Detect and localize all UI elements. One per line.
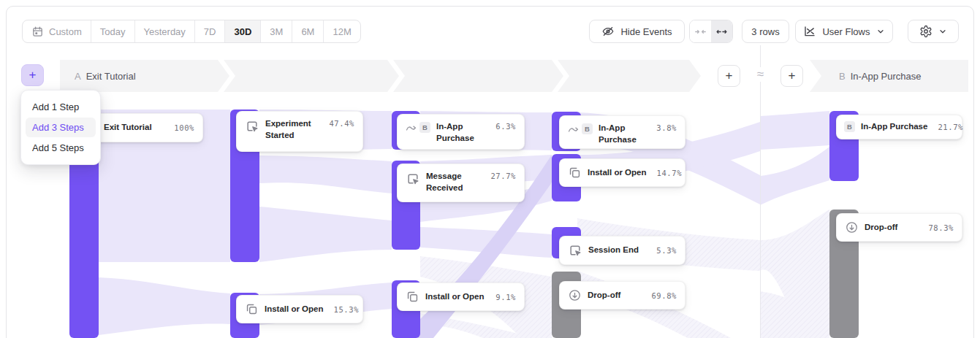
node-label: In-App Purchase <box>436 121 477 144</box>
add-step-button-open[interactable]: + <box>21 64 44 86</box>
step-header-segment <box>393 60 563 92</box>
collapse-icon <box>694 26 707 38</box>
menu-item-add-3-steps[interactable]: Add 3 Steps <box>26 118 96 137</box>
step-title: Exit Tutorial <box>86 71 136 82</box>
node-percent: 78.3% <box>924 223 954 232</box>
add-step-menu: Add 1 Step Add 3 Steps Add 5 Steps <box>20 90 101 165</box>
node-label: Drop-off <box>588 290 620 301</box>
cohort-b-badge: B <box>844 121 855 132</box>
gear-icon <box>919 25 932 38</box>
chart-icon <box>803 25 816 38</box>
step-letter: B <box>839 71 846 82</box>
flow-node-in-app-purchase[interactable]: B In-App Purchase 3.8% <box>559 115 685 149</box>
copy-icon <box>568 166 582 180</box>
node-label: Install or Open <box>425 291 485 303</box>
cohort-b-badge: B <box>419 122 430 133</box>
plus-icon: + <box>789 69 796 83</box>
collapse-expand-toggle <box>689 20 733 43</box>
range-custom[interactable]: Custom <box>23 20 91 42</box>
node-percent: 27.7% <box>486 172 516 180</box>
expand-icon <box>715 26 728 38</box>
hide-events-button[interactable]: Hide Events <box>589 20 685 43</box>
rows-button[interactable]: 3 rows <box>742 20 789 43</box>
drop-off-icon <box>845 220 859 234</box>
cursor-click-icon <box>406 172 420 186</box>
user-flows-chart: Custom Today Yesterday 7D 30D 3M 6M 12M … <box>0 0 980 338</box>
node-label: Experiment Started <box>265 118 319 141</box>
range-3m[interactable]: 3M <box>260 20 292 42</box>
plus-icon: + <box>29 68 37 82</box>
flow-node-session-end[interactable]: Session End 5.3% <box>559 236 685 265</box>
view-selector[interactable]: User Flows <box>795 20 893 43</box>
step-header-a[interactable]: A Exit Tutorial <box>60 60 229 92</box>
date-range-picker: Custom Today Yesterday 7D 30D 3M 6M 12M <box>22 20 361 43</box>
flow-node-install-or-open[interactable]: Install or Open 15.3% <box>236 295 363 323</box>
step-letter: A <box>75 71 81 82</box>
step-header-b[interactable]: B In-App Purchase <box>810 60 968 92</box>
range-30d[interactable]: 30D <box>224 20 260 42</box>
node-label: Install or Open <box>265 304 324 315</box>
node-percent: 14.7% <box>653 169 683 177</box>
chevron-down-icon <box>876 27 885 36</box>
eye-off-icon <box>601 25 615 38</box>
chevron-down-icon <box>938 27 947 36</box>
range-label: Custom <box>49 26 82 37</box>
flow-node-drop-off[interactable]: Drop-off 69.8% <box>559 281 685 310</box>
step-header-segment <box>558 60 701 92</box>
flow-node-experiment-started[interactable]: Experiment Started 47.4% <box>236 111 363 152</box>
copy-icon <box>406 290 419 304</box>
range-6m[interactable]: 6M <box>292 20 323 42</box>
flow-node-install-or-open[interactable]: Install or Open 9.1% <box>397 283 525 311</box>
view-selector-label: User Flows <box>822 26 870 37</box>
calendar-icon <box>31 26 44 38</box>
flow-node-in-app-purchase[interactable]: B In-App Purchase 6.3% <box>397 114 525 150</box>
node-percent: 21.7% <box>933 123 963 131</box>
step-header-segment <box>224 60 399 92</box>
expand-columns-button[interactable] <box>711 20 732 42</box>
flow-node-in-app-purchase-b[interactable]: B In-App Purchase 21.7% <box>836 115 962 139</box>
approx-divider-symbol: ≈ <box>750 67 771 82</box>
settings-button[interactable] <box>908 20 959 43</box>
range-yesterday[interactable]: Yesterday <box>134 20 194 42</box>
flow-node-message-received[interactable]: Message Received 27.7% <box>397 164 525 202</box>
copy-icon <box>245 302 259 316</box>
add-step-button-b[interactable]: + <box>780 65 803 87</box>
drop-off-icon <box>568 288 582 302</box>
section-divider <box>760 45 761 338</box>
cursor-click-icon <box>245 119 259 134</box>
squiggle-arrow-icon <box>406 123 417 132</box>
node-label: In-App Purchase <box>861 121 927 133</box>
flow-node-install-or-open[interactable]: Install or Open 14.7% <box>559 158 685 187</box>
menu-item-add-1-step[interactable]: Add 1 Step <box>26 97 96 117</box>
range-today[interactable]: Today <box>91 20 134 42</box>
node-percent: 15.3% <box>330 305 360 314</box>
node-label: Session End <box>588 245 639 256</box>
flow-node-drop-off-b[interactable]: Drop-off 78.3% <box>836 213 962 242</box>
node-percent: 9.1% <box>491 293 516 301</box>
node-percent: 69.8% <box>647 291 677 300</box>
plus-icon: + <box>726 69 733 83</box>
menu-item-add-5-steps[interactable]: Add 5 Steps <box>26 138 96 158</box>
node-percent: 3.8% <box>652 123 677 132</box>
node-percent: 100% <box>170 123 194 132</box>
node-percent: 6.3% <box>491 122 516 131</box>
hide-events-label: Hide Events <box>620 26 672 37</box>
node-label: Install or Open <box>588 167 647 179</box>
node-label: Drop-off <box>865 222 897 234</box>
cursor-click-icon <box>568 243 582 258</box>
collapse-columns-button[interactable] <box>690 20 711 42</box>
node-percent: 47.4% <box>324 119 354 128</box>
add-step-button-a[interactable]: + <box>718 65 740 87</box>
node-label: Message Received <box>426 171 477 193</box>
node-label: Exit Tutorial <box>104 122 152 134</box>
range-7d[interactable]: 7D <box>194 20 225 42</box>
squiggle-arrow-icon <box>568 125 579 134</box>
node-label: In-App Purchase <box>599 123 639 145</box>
step-title: In-App Purchase <box>851 71 922 82</box>
range-12m[interactable]: 12M <box>323 20 360 42</box>
rows-label: 3 rows <box>751 26 779 37</box>
cohort-b-badge: B <box>582 123 593 134</box>
node-percent: 5.3% <box>652 246 677 255</box>
